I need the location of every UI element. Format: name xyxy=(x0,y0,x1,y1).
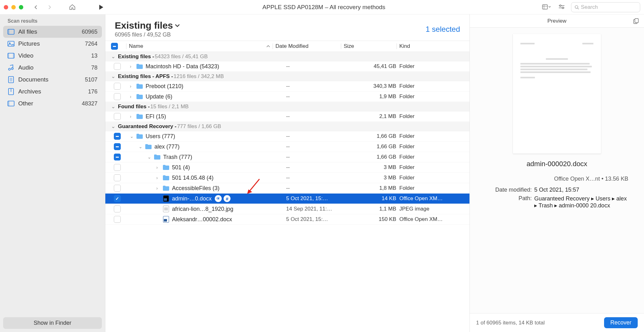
collapse-icon[interactable]: ⌄ xyxy=(130,134,136,139)
toolbar: APPLE SSD AP0128M – All recovery methods xyxy=(0,0,644,14)
svg-rect-28 xyxy=(164,198,167,201)
folder-icon xyxy=(163,185,169,192)
group-header[interactable]: ⌄Guaranteed Recovery - 777 files / 1,66 … xyxy=(105,122,469,131)
row-checkbox[interactable] xyxy=(114,164,121,171)
preview-icon[interactable]: 👁 xyxy=(215,195,222,202)
folder-icon xyxy=(136,63,143,70)
table-row[interactable]: Aleksandr…00002.docx5 Oct 2021, 15:…150 … xyxy=(105,214,469,225)
minimize-window[interactable] xyxy=(11,5,16,9)
table-row-selected[interactable]: admin-…0.docx 👁 # 5 Oct 2021, 15:…14 KBO… xyxy=(105,194,469,204)
docx-icon xyxy=(163,216,169,223)
expand-icon[interactable]: › xyxy=(130,64,136,69)
table-row[interactable]: › Preboot (1210)--340,3 MBFolder xyxy=(105,81,469,92)
row-checkbox[interactable] xyxy=(114,154,121,160)
expand-icon[interactable]: › xyxy=(156,165,163,170)
maximize-window[interactable] xyxy=(19,5,23,9)
table-row[interactable]: ⌄ alex (777)--1,66 GBFolder xyxy=(105,142,469,152)
table-row[interactable]: › EFI (15)--2,1 MBFolder xyxy=(105,111,469,122)
group-header[interactable]: ⌄Existing files - 54323 files / 45,41 GB xyxy=(105,52,469,61)
table-row[interactable]: › AccessibleFiles (3)--1,8 MBFolder xyxy=(105,183,469,194)
svg-point-4 xyxy=(560,5,561,6)
selection-count[interactable]: 1 selected xyxy=(426,25,460,34)
collapse-icon[interactable]: ⌄ xyxy=(147,155,154,160)
show-in-finder-button[interactable]: Show in Finder xyxy=(3,317,102,329)
expand-icon[interactable]: › xyxy=(156,186,163,191)
forward-button[interactable] xyxy=(44,3,55,12)
search-box[interactable] xyxy=(571,2,640,12)
row-checkbox[interactable] xyxy=(114,216,121,223)
window-title: APPLE SSD AP0128M – All recovery methods xyxy=(109,4,538,11)
path-label: Path: xyxy=(486,195,534,209)
collapse-icon[interactable]: ⌄ xyxy=(139,144,145,149)
sidebar: Scan results All files 60965 Pictures 72… xyxy=(0,14,105,332)
all-files-icon xyxy=(8,28,14,35)
table-row[interactable]: african-lion…8_1920.jpg14 Sep 2021, 11:…… xyxy=(105,204,469,214)
chevron-down-icon xyxy=(175,24,180,27)
table-row[interactable]: › 501 14.05.48 (4)--3 MBFolder xyxy=(105,173,469,183)
close-window[interactable] xyxy=(4,5,8,9)
group-header[interactable]: ⌄Existing files - APFS - 1216 files / 34… xyxy=(105,72,469,81)
row-checkbox[interactable] xyxy=(114,63,121,70)
svg-rect-0 xyxy=(542,5,547,9)
row-checkbox[interactable] xyxy=(114,195,121,202)
row-checkbox[interactable] xyxy=(114,205,121,212)
svg-point-6 xyxy=(562,7,564,8)
expand-icon[interactable]: › xyxy=(130,114,136,119)
column-date[interactable]: Date Modified xyxy=(275,43,338,49)
filter-button[interactable] xyxy=(556,3,567,12)
sidebar-item-archives[interactable]: Archives 176 xyxy=(0,86,105,98)
column-size[interactable]: Size xyxy=(344,43,394,49)
preview-thumbnail xyxy=(513,34,601,154)
folder-icon xyxy=(163,164,169,171)
duplicate-icon[interactable] xyxy=(633,18,639,24)
jpeg-icon xyxy=(163,205,169,212)
svg-rect-11 xyxy=(8,41,14,46)
row-checkbox[interactable] xyxy=(114,174,121,181)
back-button[interactable] xyxy=(30,3,42,12)
hex-icon[interactable]: # xyxy=(224,195,230,202)
expand-icon[interactable]: › xyxy=(156,175,163,180)
table-row[interactable]: › Macintosh HD - Data (54323)--45,41 GBF… xyxy=(105,61,469,72)
svg-rect-14 xyxy=(8,53,9,58)
svg-rect-32 xyxy=(164,219,167,222)
expand-icon[interactable]: › xyxy=(130,84,136,89)
row-checkbox[interactable] xyxy=(114,143,121,150)
column-name[interactable]: Name xyxy=(129,43,270,49)
file-list[interactable]: ⌄Existing files - 54323 files / 45,41 GB… xyxy=(105,52,469,332)
view-mode-button[interactable] xyxy=(541,3,552,12)
expand-icon[interactable]: › xyxy=(130,94,136,99)
row-checkbox[interactable] xyxy=(114,83,121,90)
documents-icon xyxy=(8,76,14,83)
date-modified-label: Date modified: xyxy=(486,187,534,193)
main-heading[interactable]: Existing files xyxy=(115,20,180,31)
row-checkbox[interactable] xyxy=(114,133,121,140)
row-checkbox[interactable] xyxy=(114,185,121,192)
traffic-lights xyxy=(4,5,23,9)
video-icon xyxy=(8,52,14,59)
sidebar-item-all-files[interactable]: All files 60965 xyxy=(3,26,102,38)
table-row[interactable]: › Update (6)--1,9 MBFolder xyxy=(105,92,469,102)
folder-icon xyxy=(136,113,143,120)
run-button[interactable] xyxy=(96,3,107,12)
preview-header: Preview xyxy=(470,14,644,28)
sidebar-item-other[interactable]: Other 48327 xyxy=(0,98,105,110)
search-input[interactable] xyxy=(581,4,637,10)
sidebar-item-video[interactable]: Video 13 xyxy=(0,50,105,62)
sidebar-item-audio[interactable]: Audio 78 xyxy=(0,62,105,74)
table-row[interactable]: ⌄ Users (777)--1,66 GBFolder xyxy=(105,131,469,142)
sidebar-item-pictures[interactable]: Pictures 7264 xyxy=(0,38,105,50)
select-all-checkbox[interactable] xyxy=(111,43,118,50)
row-checkbox[interactable] xyxy=(114,113,121,120)
home-button[interactable] xyxy=(67,3,78,12)
folder-icon xyxy=(145,143,152,150)
column-kind[interactable]: Kind xyxy=(399,43,464,49)
recover-button[interactable]: Recover xyxy=(604,317,638,328)
group-header[interactable]: ⌄Found files - 15 files / 2,1 MB xyxy=(105,102,469,111)
row-checkbox[interactable] xyxy=(114,93,121,100)
preview-panel: Preview admin-000020.docx Office Open X…… xyxy=(469,14,644,332)
svg-point-16 xyxy=(8,68,10,70)
sidebar-item-documents[interactable]: Documents 5107 xyxy=(0,74,105,86)
docx-icon xyxy=(163,195,169,202)
table-row[interactable]: › 501 (4)--3 MBFolder xyxy=(105,162,469,173)
table-row[interactable]: ⌄ Trash (777)--1,66 GBFolder xyxy=(105,152,469,162)
